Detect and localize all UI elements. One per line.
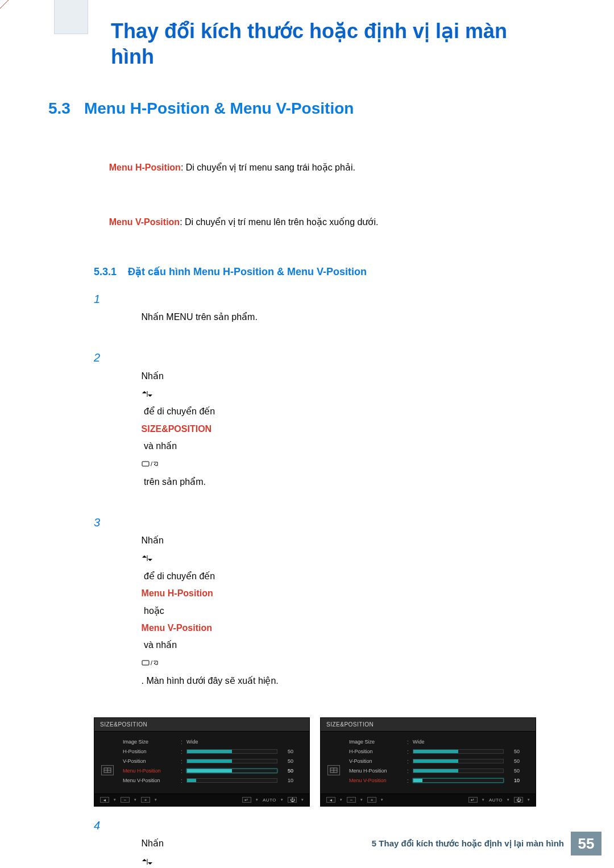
- footer-text: 5 Thay đổi kích thước hoặc định vị lại m…: [365, 832, 571, 855]
- chapter-tab: [54, 0, 88, 34]
- osd-btn-power-icon: ⏻: [288, 797, 297, 803]
- svg-line-4: [0, 0, 34, 34]
- svg-marker-7: [148, 394, 152, 397]
- osd-slider: [186, 778, 277, 783]
- osd-value: 50: [507, 749, 520, 754]
- osd-item-imagesize: Image Size : Wide: [349, 737, 529, 747]
- osd-slider: [186, 769, 277, 773]
- steps-list: 1 Nhấn MENU trên sản phẩm. 2 Nhấn để di …: [94, 292, 566, 707]
- step2-keyword: SIZE&POSITION: [142, 424, 212, 434]
- svg-text:/: /: [151, 460, 153, 467]
- description-block: Menu H-Position: Di chuyển vị trí menu s…: [94, 140, 566, 250]
- svg-marker-11: [142, 555, 147, 558]
- osd-item-menuh: Menu H-Position : 50: [123, 766, 302, 776]
- source-enter-icon: /: [142, 456, 160, 474]
- osd-item-menuh: Menu H-Position : 50: [349, 766, 529, 776]
- osd-item-vposition: V-Position : 50: [123, 757, 302, 766]
- osd-value: Wide: [413, 739, 425, 745]
- source-enter-icon: /: [142, 655, 160, 672]
- page-title: Thay đổi kích thước hoặc định vị lại màn…: [111, 18, 537, 69]
- step-2: 2 Nhấn để di chuyển đến SIZE&POSITION và…: [94, 350, 566, 508]
- step-number: 3: [94, 516, 104, 529]
- svg-marker-6: [142, 391, 147, 393]
- step-number: 4: [94, 819, 104, 832]
- osd-bottom-bar: ◂▾ −▾ +▾ ↵▾ AUTO▾ ⏻▾: [94, 794, 309, 806]
- osd-item-menuv: Menu V-Position : 10: [123, 776, 302, 786]
- osd-slider: [413, 749, 504, 754]
- svg-line-3: [0, 0, 26, 26]
- osd-label: H-Position: [123, 749, 177, 754]
- osd-right: SIZE&POSITION Image Size : Wide H-Pos: [320, 717, 536, 807]
- osd-category-icon: [327, 765, 340, 775]
- svg-rect-14: [142, 661, 149, 665]
- step3-kw2: Menu V-Position: [142, 623, 212, 633]
- osd-value: Wide: [186, 739, 198, 745]
- step1-menu: MENU: [166, 312, 193, 322]
- svg-rect-9: [142, 462, 149, 466]
- osd-item-vposition: V-Position : 50: [349, 757, 529, 766]
- page-footer: 5 Thay đổi kích thước hoặc định vị lại m…: [0, 832, 601, 855]
- osd-item-hposition: H-Position : 50: [123, 747, 302, 757]
- section-number: 5.3: [48, 99, 70, 118]
- osd-label: H-Position: [349, 749, 404, 754]
- osd-btn-plus-icon: +: [141, 797, 150, 803]
- osd-label: Menu H-Position: [123, 768, 177, 774]
- up-down-icon: [142, 386, 153, 403]
- osd-item-hposition: H-Position : 50: [349, 747, 529, 757]
- osd-btn-minus-icon: −: [121, 797, 130, 803]
- osd-category-icon: [101, 765, 114, 775]
- osd-value: 50: [281, 749, 293, 754]
- osd-btn-enter-icon: ↵: [468, 797, 478, 803]
- osd-btn-left-icon: ◂: [100, 797, 109, 803]
- up-down-icon: [142, 854, 153, 868]
- step3-mid: để di chuyển đến: [142, 571, 218, 581]
- osd-value: 50: [507, 768, 520, 774]
- osd-label: Menu V-Position: [349, 778, 404, 783]
- osd-slider: [186, 759, 277, 763]
- step2-post2: trên sản phẩm.: [142, 477, 206, 487]
- desc-menu-v-label: Menu V-Position: [109, 217, 180, 227]
- step3-kw1: Menu H-Position: [142, 588, 213, 598]
- svg-line-2: [0, 0, 17, 17]
- osd-value: 10: [281, 778, 293, 783]
- osd-title: SIZE&POSITION: [321, 718, 536, 732]
- up-down-icon: [142, 550, 153, 567]
- step-number: 2: [94, 351, 104, 364]
- step-number: 1: [94, 293, 104, 306]
- footer-page-number: 55: [571, 832, 601, 855]
- step-3: 3 Nhấn để di chuyển đến Menu H-Position …: [94, 515, 566, 707]
- desc-menu-h-text: : Di chuyển vị trí menu sang trái hoặc p…: [181, 163, 355, 172]
- step1-pre: Nhấn: [142, 312, 167, 322]
- desc-menu-v-text: : Di chuyển vị trí menu lên trên hoặc xu…: [180, 217, 378, 227]
- osd-label: V-Position: [123, 758, 177, 764]
- step-1: 1 Nhấn MENU trên sản phẩm.: [94, 292, 566, 343]
- osd-bottom-bar: ◂▾ −▾ +▾ ↵▾ AUTO▾ ⏻▾: [321, 794, 536, 806]
- step2-pre: Nhấn: [142, 371, 167, 381]
- osd-label: V-Position: [349, 758, 404, 764]
- osd-btn-plus-icon: +: [367, 797, 376, 803]
- osd-value: 50: [281, 758, 293, 764]
- osd-value: 50: [281, 768, 293, 774]
- svg-marker-23: [148, 862, 152, 865]
- osd-value: 10: [507, 778, 520, 783]
- osd-label: Menu V-Position: [123, 778, 177, 783]
- section-title: Menu H-Position & Menu V-Position: [84, 99, 354, 118]
- osd-item-imagesize: Image Size : Wide: [123, 737, 302, 747]
- osd-item-menuv: Menu V-Position : 10: [349, 776, 529, 786]
- osd-auto-label: AUTO: [489, 798, 503, 803]
- step3-tail: . Màn hình dưới đây sẽ xuất hiện.: [142, 676, 279, 686]
- osd-btn-left-icon: ◂: [326, 797, 335, 803]
- osd-value: 50: [507, 758, 520, 764]
- step3-or: hoặc: [142, 606, 167, 616]
- subsection-number: 5.3.1: [94, 266, 117, 278]
- osd-label: Menu H-Position: [349, 768, 404, 774]
- svg-marker-22: [142, 859, 147, 861]
- osd-btn-power-icon: ⏻: [514, 797, 523, 803]
- osd-btn-enter-icon: ↵: [242, 797, 251, 803]
- osd-label: Image Size: [123, 739, 177, 745]
- svg-text:/: /: [151, 659, 153, 666]
- osd-slider: [413, 759, 504, 763]
- subsection-title: Đặt cấu hình Menu H-Position & Menu V-Po…: [128, 265, 367, 278]
- osd-slider: [413, 778, 504, 783]
- osd-left: SIZE&POSITION Image Size : Wide H-Pos: [94, 717, 310, 807]
